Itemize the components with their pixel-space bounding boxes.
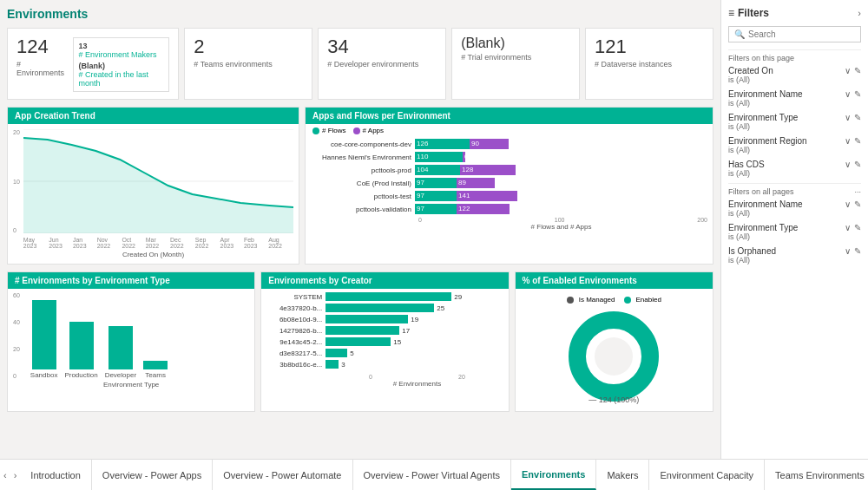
kpi-trial: (Blank) # Trial environments xyxy=(451,28,580,100)
filters-title: ≡ Filters xyxy=(728,7,769,19)
search-input[interactable] xyxy=(748,29,855,39)
search-icon: 🔍 xyxy=(734,29,745,39)
creator-row-4: 9e143c45-2... 15 xyxy=(265,337,503,346)
kpi-environments-main: 124 xyxy=(16,36,66,58)
vbar-sandbox: Sandbox xyxy=(30,300,58,379)
app-creation-trend-card: App Creation Trend 20 10 0 xyxy=(7,107,299,265)
filter-chevron-down-5[interactable]: ∨ xyxy=(845,160,851,169)
filter-all-env-name: Environment Name ∨ ✎ is (All) xyxy=(728,199,861,218)
filter-edit-icon-5[interactable]: ✎ xyxy=(854,160,861,169)
env-by-creator-title: Environments by Creator xyxy=(261,272,508,289)
env-by-type-title: # Environments by Environment Type xyxy=(8,272,254,289)
tab-teams-environments[interactable]: Teams Environments xyxy=(765,460,868,490)
bottom-row: # Environments by Environment Type 60 40… xyxy=(7,271,713,412)
page-filters-label: Filters on this page xyxy=(728,49,861,62)
creator-row-1: 4e337820-b... 25 xyxy=(265,304,503,312)
filter-edit-icon-4[interactable]: ✎ xyxy=(854,136,861,146)
filter-search-box[interactable]: 🔍 xyxy=(728,26,861,42)
creator-row-2: 6b08e10d-9... 19 xyxy=(265,315,503,323)
tab-makers[interactable]: Makers xyxy=(596,460,649,490)
apps-flows-card: Apps and Flows per Environment # Flows #… xyxy=(305,107,713,265)
enabled-dot xyxy=(624,297,631,304)
filter-env-type: Environment Type ∨ ✎ is (All) xyxy=(728,113,861,131)
filter-has-cds: Has CDS ∨ ✎ is (All) xyxy=(728,160,861,178)
tab-power-apps[interactable]: Overview - Power Apps xyxy=(92,460,213,490)
more-options-icon[interactable]: ··· xyxy=(854,187,861,196)
charts-row: App Creation Trend 20 10 0 xyxy=(7,107,713,265)
apps-flows-x-label: # Flows and # Apps xyxy=(311,223,707,231)
filter-edit-icon-7[interactable]: ✎ xyxy=(854,223,861,232)
tab-power-automate[interactable]: Overview - Power Automate xyxy=(213,460,352,490)
svg-point-5 xyxy=(595,337,633,376)
tab-environment-capacity[interactable]: Environment Capacity xyxy=(649,460,765,490)
kpi-sub-makers: # Environment Makers xyxy=(79,50,164,59)
vbar-chart: Sandbox Production Developer Teams xyxy=(23,292,174,379)
tab-power-virtual-agents[interactable]: Overview - Power Virtual Agents xyxy=(353,460,512,490)
filters-sidebar: ≡ Filters › 🔍 Filters on this page Creat… xyxy=(720,0,868,459)
env-by-type-card: # Environments by Environment Type 60 40… xyxy=(7,271,255,412)
donut-legend: Is Managed Enabled xyxy=(567,296,661,304)
kpi-sub-blank: (Blank) xyxy=(79,62,164,70)
kpi-teams: 2 # Teams environments xyxy=(184,28,312,100)
env-type-x-label: Environment Type xyxy=(8,381,254,392)
kpi-dataverse: 121 # Dataverse instances xyxy=(585,28,713,100)
filter-edit-icon-2[interactable]: ✎ xyxy=(854,89,861,99)
creator-row-5: d3e83217-5... 5 xyxy=(265,349,503,357)
flows-legend-color xyxy=(312,127,319,134)
env-by-creator-card: Environments by Creator SYSTEM 29 4e3378… xyxy=(260,271,509,412)
kpi-developer: 34 # Developer environments xyxy=(318,28,446,100)
app-creation-trend-body: 20 10 0 xyxy=(8,124,299,264)
filter-chevron-down[interactable]: ∨ xyxy=(845,66,851,75)
dashboard: Environments 124 # Environments 13 # Env… xyxy=(0,0,720,459)
creator-row-6: 3b8bd16c-e... 3 xyxy=(265,360,503,369)
vbar-developer: Developer xyxy=(105,326,136,379)
bar-row-coe-dev: coe-core-components-dev 126 90 xyxy=(311,139,707,149)
tab-next-icon[interactable]: › xyxy=(10,460,21,490)
tab-introduction[interactable]: Introduction xyxy=(20,460,91,490)
tab-environments[interactable]: Environments xyxy=(511,460,596,490)
creator-row-system: SYSTEM 29 xyxy=(265,292,503,301)
kpi-row: 124 # Environments 13 # Environment Make… xyxy=(7,28,713,100)
filters-header: ≡ Filters › xyxy=(728,7,861,19)
filter-edit-icon[interactable]: ✎ xyxy=(854,66,861,75)
kpi-sub-last-month: # Created in the last month xyxy=(79,70,164,88)
filter-env-name: Environment Name ∨ ✎ is (All) xyxy=(728,89,861,108)
vbar-production: Production xyxy=(64,322,97,379)
tab-bar: ‹ › Introduction Overview - Power Apps O… xyxy=(0,459,868,490)
pct-enabled-title: % of Enabled Environments xyxy=(516,272,713,289)
is-managed-dot xyxy=(567,297,574,304)
all-pages-filters-label: Filters on all pages ··· xyxy=(728,183,861,196)
donut-chart-svg xyxy=(566,309,661,404)
filter-chevron-down-3[interactable]: ∨ xyxy=(845,113,851,122)
filter-chevron-down-8[interactable]: ∨ xyxy=(845,246,851,256)
donut-label: — 124 (100%) xyxy=(589,395,639,404)
filter-chevron-down-6[interactable]: ∨ xyxy=(845,199,851,209)
tab-prev-icon[interactable]: ‹ xyxy=(0,460,10,490)
page-title: Environments xyxy=(7,7,713,21)
bar-row-pcttools-prod: pcttools-prod 104 128 xyxy=(311,165,707,175)
filter-all-env-type: Environment Type ∨ ✎ is (All) xyxy=(728,223,861,241)
filter-env-region: Environment Region ∨ ✎ is (All) xyxy=(728,136,861,154)
kpi-environments: 124 # Environments 13 # Environment Make… xyxy=(7,28,179,100)
app-creation-trend-title: App Creation Trend xyxy=(8,108,299,124)
filter-is-orphaned: Is Orphaned ∨ ✎ is (All) xyxy=(728,246,861,265)
filters-expand-icon[interactable]: › xyxy=(858,8,861,18)
bar-row-pcttools-val: pcttools-validation 97 122 xyxy=(311,204,707,214)
svg-marker-3 xyxy=(23,138,293,233)
apps-flows-legend: # Flows # Apps xyxy=(306,124,713,137)
bar-row-pcttools-test: pcttools-test 97 141 xyxy=(311,191,707,201)
apps-flows-body: coe-core-components-dev 126 90 Hannes Ni… xyxy=(306,137,713,236)
filter-chevron-down-4[interactable]: ∨ xyxy=(845,136,851,146)
line-chart-svg xyxy=(23,129,293,233)
filter-created-on: Created On ∨ ✎ is (All) xyxy=(728,66,861,84)
filter-chevron-down-7[interactable]: ∨ xyxy=(845,223,851,232)
main-area: Environments 124 # Environments 13 # Env… xyxy=(0,0,868,459)
creator-x-label: # Environments xyxy=(261,380,508,391)
filter-chevron-down-2[interactable]: ∨ xyxy=(845,89,851,99)
apps-flows-title: Apps and Flows per Environment xyxy=(306,108,713,124)
bar-row-hannes: Hannes Niemi's Environment 110 6 xyxy=(311,152,707,162)
filter-edit-icon-3[interactable]: ✎ xyxy=(854,113,861,122)
filter-edit-icon-8[interactable]: ✎ xyxy=(854,246,861,256)
filter-edit-icon-6[interactable]: ✎ xyxy=(854,199,861,209)
kpi-sub-count: 13 xyxy=(79,42,164,50)
